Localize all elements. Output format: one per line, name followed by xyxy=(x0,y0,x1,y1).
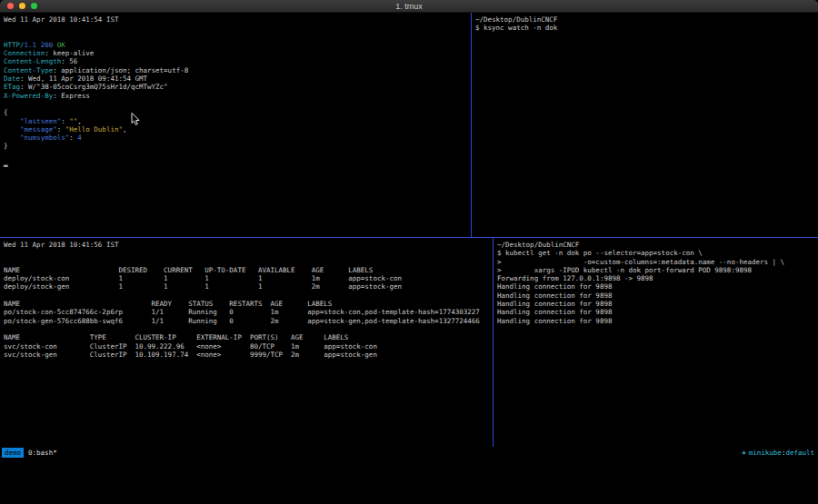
terminal-text-segment xyxy=(4,133,20,142)
terminal-text-segment: , xyxy=(77,117,82,125)
terminal-line: Forwarding from 127.0.0.1:9898 -> 9898 xyxy=(497,274,818,282)
terminal-line: Content-Type: application/json; charset=… xyxy=(4,66,471,74)
terminal-text-segment: NAME READY STATUS RESTARTS AGE LABELS xyxy=(4,300,332,308)
terminal-text-segment: : keep-alive xyxy=(45,49,94,57)
tmux-top-row: Wed 11 Apr 2018 10:41:54 IST HTTP/1.1 20… xyxy=(0,13,818,237)
close-button[interactable] xyxy=(7,3,14,9)
terminal-text-segment: : Wed, 11 Apr 2018 09:41:54 GMT xyxy=(20,74,147,83)
terminal-text-segment: ETag xyxy=(4,83,20,91)
terminal-text-segment: : xyxy=(61,117,69,125)
terminal-line: "lastseen": "", xyxy=(4,117,471,125)
pane-kubectl-resources[interactable]: Wed 11 Apr 2018 10:41:56 IST NAME DESIRE… xyxy=(0,238,493,447)
terminal-text-segment: "numsymbols" xyxy=(20,133,69,142)
terminal-line xyxy=(4,325,493,333)
traffic-lights xyxy=(0,3,37,9)
terminal-text-segment: > -o=custom-columns=:metadata.name --no-… xyxy=(497,258,784,266)
terminal-line: "message": "Hello Dublin", xyxy=(4,125,471,133)
terminal-line: ▂ xyxy=(4,159,471,167)
mouse-cursor xyxy=(131,113,141,126)
terminal-text-segment: : application/json; charset=utf-8 xyxy=(53,66,188,74)
terminal-text-segment: Handling connection for 9898 xyxy=(497,308,612,316)
terminal-text-segment: NAME DESIRED CURRENT UP-TO-DATE AVAILABL… xyxy=(4,266,373,274)
window-tab-0-bash[interactable]: 0:bash* xyxy=(28,449,57,457)
terminal-text-segment: : W/"38-05coCsrg3mQ75sHr1d/qcMTwYZc" xyxy=(20,83,168,91)
terminal-text-segment: $ ksync watch -n dok xyxy=(475,24,557,32)
terminal-line: po/stock-con-5cc874766c-2p6rp 1/1 Runnin… xyxy=(4,308,493,316)
pane-http-response[interactable]: Wed 11 Apr 2018 10:41:54 IST HTTP/1.1 20… xyxy=(0,13,471,237)
terminal-text-segment: 1.1 200 xyxy=(25,41,54,49)
terminal-text-segment: "" xyxy=(69,117,77,125)
terminal-line: Content-Length: 56 xyxy=(4,57,471,65)
terminal-line: svc/stock-gen ClusterIP 10.109.197.74 <n… xyxy=(4,351,493,359)
terminal-text-segment: deploy/stock-gen 1 1 1 1 2m app=stock-ge… xyxy=(4,282,402,291)
terminal-text-segment: > xargs -IPOD kubectl -n dok port-forwar… xyxy=(497,266,752,274)
desktop-background: 1. tmux Wed 11 Apr 2018 10:41:54 IST HTT… xyxy=(0,0,818,504)
terminal-line: X-Powered-By: Express xyxy=(4,92,471,100)
terminal-text-segment: "message" xyxy=(20,125,57,133)
terminal-text-segment: X-Powered-By xyxy=(4,92,53,100)
terminal-text-segment: ▂ xyxy=(4,159,8,167)
terminal-line: "numsymbols": 4 xyxy=(4,133,471,142)
terminal-line xyxy=(4,249,493,257)
terminal-line: Connection: keep-alive xyxy=(4,49,471,57)
pane-ksync-watch[interactable]: ~/Desktop/DublinCNCF$ ksync watch -n dok xyxy=(472,13,818,237)
status-bar-left: demo 0:bash* xyxy=(0,448,57,458)
terminal-line: Handling connection for 9898 xyxy=(497,300,818,308)
window-titlebar[interactable]: 1. tmux xyxy=(0,0,818,13)
session-name-badge: demo xyxy=(2,448,24,458)
terminal-line: ~/Desktop/DublinCNCF xyxy=(475,15,818,24)
zoom-button[interactable] xyxy=(31,3,37,9)
kube-context-indicator: ⎈minikube:default xyxy=(742,449,818,457)
terminal-line xyxy=(4,24,471,32)
terminal-line: NAME READY STATUS RESTARTS AGE LABELS xyxy=(4,300,493,308)
terminal-text-segment: Handling connection for 9898 xyxy=(497,292,612,300)
terminal-text-segment: Date xyxy=(4,74,20,83)
terminal-text-segment: $ kubectl get -n dok po --selector=app=s… xyxy=(497,249,703,257)
terminal-text-segment: po/stock-gen-576cc688bb-swqf6 1/1 Runnin… xyxy=(4,317,480,325)
terminal-text-segment: NAME TYPE CLUSTER-IP EXTERNAL-IP PORT(S)… xyxy=(4,333,348,341)
terminal-line: Handling connection for 9898 xyxy=(497,282,818,291)
terminal-line: NAME TYPE CLUSTER-IP EXTERNAL-IP PORT(S)… xyxy=(4,333,493,341)
terminal-line: $ ksync watch -n dok xyxy=(475,24,818,32)
terminal-line: Handling connection for 9898 xyxy=(497,317,818,325)
pane-port-forward[interactable]: ~/Desktop/DublinCNCF$ kubectl get -n dok… xyxy=(494,238,818,447)
terminal-text-segment: "lastseen" xyxy=(20,117,61,125)
terminal-text-segment: 4 xyxy=(77,133,82,142)
terminal-text-segment: Forwarding from 127.0.0.1:9898 -> 9898 xyxy=(497,274,653,282)
terminal-text-segment: deploy/stock-con 1 1 1 1 1m app=stock-co… xyxy=(4,274,402,282)
terminal-line xyxy=(4,100,471,108)
terminal-line xyxy=(4,33,471,41)
terminal-line: Wed 11 Apr 2018 10:41:54 IST xyxy=(4,15,471,24)
terminal-line: ETag: W/"38-05coCsrg3mQ75sHr1d/qcMTwYZc" xyxy=(4,83,471,91)
terminal-line: NAME DESIRED CURRENT UP-TO-DATE AVAILABL… xyxy=(4,266,493,274)
terminal-text-segment: Content-Type xyxy=(4,66,53,74)
terminal-line: $ kubectl get -n dok po --selector=app=s… xyxy=(497,249,818,257)
terminal-text-segment: : xyxy=(57,125,65,133)
kube-namespace: default xyxy=(785,449,814,457)
terminal-text-segment xyxy=(4,117,20,125)
terminal-line xyxy=(4,258,493,266)
terminal-text-segment: Handling connection for 9898 xyxy=(497,300,612,308)
terminal-line: > -o=custom-columns=:metadata.name --no-… xyxy=(497,258,818,266)
terminal-text-segment: po/stock-con-5cc874766c-2p6rp 1/1 Runnin… xyxy=(4,308,480,316)
terminal-line xyxy=(4,292,493,300)
terminal-text-segment: svc/stock-con ClusterIP 10.99.222.96 <no… xyxy=(4,342,377,351)
terminal-window: 1. tmux Wed 11 Apr 2018 10:41:54 IST HTT… xyxy=(0,0,818,460)
terminal-line: deploy/stock-gen 1 1 1 1 2m app=stock-ge… xyxy=(4,282,493,291)
terminal-text-segment: Handling connection for 9898 xyxy=(497,282,612,291)
terminal-text-segment: Wed 11 Apr 2018 10:41:54 IST xyxy=(4,15,118,24)
terminal-text-segment: ~/Desktop/DublinCNCF xyxy=(475,15,557,24)
terminal-line xyxy=(4,151,471,159)
terminal-text-segment: Content-Length xyxy=(4,57,61,65)
terminal-text-segment: Connection xyxy=(4,49,45,57)
tmux-status-bar: demo 0:bash* ⎈minikube:default xyxy=(0,447,818,459)
terminal-text-segment: : 56 xyxy=(61,57,77,65)
terminal-text-segment: OK xyxy=(53,41,65,49)
terminal-line: deploy/stock-con 1 1 1 1 1m app=stock-co… xyxy=(4,274,493,282)
terminal-line: svc/stock-con ClusterIP 10.99.222.96 <no… xyxy=(4,342,493,351)
terminal-line: Handling connection for 9898 xyxy=(497,308,818,316)
kube-context-name: minikube xyxy=(749,449,782,457)
minimize-button[interactable] xyxy=(19,3,25,9)
terminal-text-segment: , xyxy=(123,125,127,133)
terminal-line: HTTP/1.1 200 OK xyxy=(4,41,471,49)
